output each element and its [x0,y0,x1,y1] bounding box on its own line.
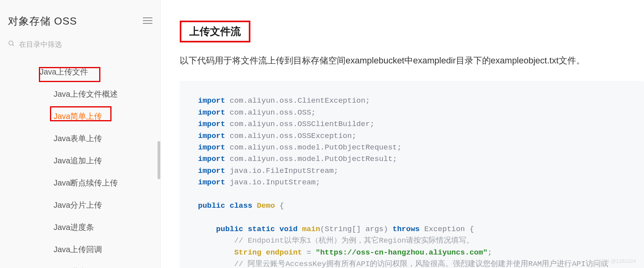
page-description: 以下代码用于将文件流上传到目标存储空间examplebucket中example… [180,54,644,67]
sidebar-item-label: Java上传文件 [40,67,88,76]
sidebar-item-java-upload[interactable]: Java上传文件 [0,61,160,83]
menu-icon[interactable] [143,17,152,26]
sidebar: 对象存储 OSS Java上传文件 Java上传文件概述 Java简单上传 Ja… [0,0,161,268]
content-area: 上传文件流 以下代码用于将文件流上传到目标存储空间examplebucket中e… [161,0,644,268]
sidebar-item-label: Java表单上传 [54,134,102,143]
svg-point-3 [9,41,13,45]
scrollbar-thumb[interactable] [158,141,160,179]
sidebar-item-label: Java简单上传 [54,112,102,121]
sidebar-item-java-multipart-upload[interactable]: Java分片上传 [0,194,160,216]
sidebar-item-java-callback[interactable]: Java上传回调 [0,238,160,260]
sidebar-item-label: Java进度条 [54,223,94,232]
page-title: 上传文件流 [180,21,250,42]
sidebar-item-java-append-upload[interactable]: Java追加上传 [0,149,160,172]
sidebar-item-label: Java上传文件概述 [54,90,118,98]
sidebar-header: 对象存储 OSS [0,0,160,36]
sidebar-item-java-download[interactable]: Java下载文件 [0,260,160,268]
sidebar-item-label: Java分片上传 [54,201,102,209]
search-input[interactable] [19,40,152,49]
sidebar-item-java-progress[interactable]: Java进度条 [0,216,160,238]
sidebar-item-java-simple-upload[interactable]: Java简单上传 [0,105,160,127]
search-icon [8,40,15,49]
sidebar-item-label: Java断点续传上传 [54,178,118,187]
search-row [0,36,160,56]
sidebar-item-label: Java上传回调 [54,245,102,254]
sidebar-title: 对象存储 OSS [8,14,77,28]
sidebar-item-java-form-upload[interactable]: Java表单上传 [0,127,160,149]
sidebar-item-java-resumable-upload[interactable]: Java断点续传上传 [0,172,160,194]
sidebar-item-java-upload-overview[interactable]: Java上传文件概述 [0,83,160,105]
svg-line-4 [12,44,14,46]
nav-list: Java上传文件 Java上传文件概述 Java简单上传 Java表单上传 Ja… [0,56,160,268]
sidebar-item-label: Java追加上传 [54,156,102,165]
code-block: import com.aliyun.oss.ClientException; i… [180,81,644,268]
